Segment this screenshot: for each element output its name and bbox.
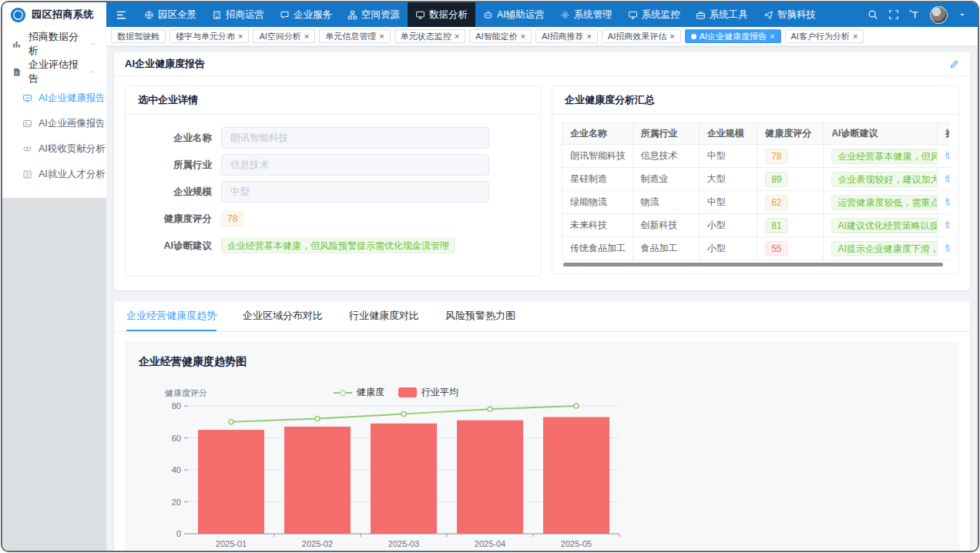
close-icon[interactable]: × [521,32,525,41]
score-badge: 55 [765,241,787,256]
close-icon[interactable]: × [379,32,384,41]
cell-scale: 小型 [699,237,757,260]
nav-item-label: 系统工具 [710,8,748,22]
close-icon[interactable]: × [586,32,591,41]
sidebar-group-2[interactable]: 企业评估报告 [2,58,106,85]
tag-1[interactable]: 数据驾驶舱 [111,29,166,43]
search-icon [868,9,878,20]
nav-item-1[interactable]: 园区全景 [136,2,204,27]
bar-2025-05 [543,417,609,534]
analysis-tab-1[interactable]: 企业经营健康度趋势 [126,301,216,331]
edit-link[interactable]: 编辑 [945,150,949,161]
page-title: AI企业健康度报告 [125,57,205,71]
legend-item-line[interactable]: 健康度 [334,386,384,399]
nav-item-label: 企业服务 [294,8,332,22]
edit-link[interactable]: 编辑 [945,196,949,207]
nav-item-7[interactable]: 系统管理 [552,2,620,27]
selected-company-title: 选中企业详情 [126,86,540,115]
edit-link[interactable]: 编辑 [945,220,949,230]
cell-advice: AI提示企业健康度下滑，建议加强财务管理 [824,237,938,260]
nav-item-label: 系统监控 [642,8,680,22]
analysis-tab-4[interactable]: 风险预警热力图 [445,301,515,331]
tag-label: AI智能定价 [475,31,517,42]
form-row-1: 企业名称 [141,127,525,149]
line-legend-symbol [334,390,352,396]
advice-badge: AI建议优化经营策略以提升健康度 [831,218,937,233]
building-icon [212,10,222,20]
close-icon[interactable]: × [770,32,774,41]
col-header-2: 所属行业 [633,123,699,145]
tag-7[interactable]: AI招商推荐× [535,29,598,43]
tag-label: AI客户行为分析 [791,31,850,42]
nav-item-label: AI辅助运营 [497,8,545,22]
health-summary-card: 企业健康度分析汇总 企业名称所属行业企业规模健康度评分AI诊断建议操作 朗讯智能… [552,85,959,274]
nav-items: 园区全景招商运营企业服务空间资源数据分析AI辅助运营系统管理系统监控系统工具智脑… [136,2,824,27]
nav-item-6[interactable]: AI辅助运营 [475,2,552,27]
menu-fold-icon[interactable] [106,2,136,27]
close-icon[interactable]: × [304,32,309,41]
chart-canvas: 0204060802025-012025-022025-032025-04202… [157,400,635,552]
nav-item-10[interactable]: 智脑科技 [756,2,824,27]
nav-item-2[interactable]: 招商运营 [204,2,272,27]
tag-10[interactable]: AI客户行为分析× [785,29,864,43]
nav-item-3[interactable]: 企业服务 [272,2,340,27]
nav-item-9[interactable]: 系统工具 [688,2,756,27]
cell-action: 编辑 [937,214,949,237]
sidebar-group-label: 企业评估报告 [29,58,82,85]
tag-6[interactable]: AI智能定价× [469,29,532,43]
tag-label: AI招商效果评估 [608,31,666,42]
bar-2025-03 [371,424,437,534]
field-input-2[interactable] [221,154,489,176]
fullscreen-button[interactable] [888,9,899,20]
edit-link[interactable]: 编辑 [945,243,949,253]
legend-label: 健康度 [357,386,384,399]
legend-label: 行业平均 [421,386,458,399]
legend-item-bar[interactable]: 行业平均 [398,386,458,399]
field-input-3[interactable] [221,181,489,203]
nav-item-5[interactable]: 数据分析 [408,2,475,27]
tag-3[interactable]: AI空间分析× [253,29,315,43]
tag-label: 楼宇与单元分布 [176,31,235,42]
line-point-2025-05 [574,404,579,408]
top-nav: 园区全景招商运营企业服务空间资源数据分析AI辅助运营系统管理系统监控系统工具智脑… [106,2,978,27]
sidebar-item-2-4[interactable]: AI就业人才分析 [2,162,106,187]
field-input-1[interactable] [221,127,489,149]
line-point-2025-01 [229,420,233,424]
edit-link[interactable]: 编辑 [945,173,949,184]
font-size-button[interactable] [909,9,920,20]
analysis-card: 企业经营健康度趋势企业区域分布对比行业健康度对比风险预警热力图 企业经营健康度趋… [114,301,970,552]
sitemap-icon [347,10,357,20]
close-icon[interactable]: × [238,32,243,41]
score-badge: 62 [765,195,787,210]
sidebar-item-2-3[interactable]: AI税收贡献分析 [2,136,106,162]
close-icon[interactable]: × [670,32,674,41]
sidebar-menu: 招商数据分析企业评估报告AI企业健康报告AI企业画像报告AI税收贡献分析AI就业… [2,27,106,198]
tag-2[interactable]: 楼宇与单元分布× [169,29,249,43]
analysis-tab-2[interactable]: 企业区域分布对比 [243,301,323,331]
edit-icon[interactable] [949,59,959,69]
tag-label: 单元状态监控 [401,31,451,42]
tag-4[interactable]: 单元信息管理× [319,29,390,43]
sidebar-group-1[interactable]: 招商数据分析 [2,30,106,58]
horizontal-scrollbar[interactable] [563,263,943,266]
tag-label: 数据驾驶舱 [117,31,159,42]
tag-9[interactable]: AI企业健康度报告× [685,29,781,43]
sidebar-item-label: AI税收贡献分析 [39,142,106,156]
tag-8[interactable]: AI招商效果评估× [602,29,681,43]
user-avatar[interactable] [930,6,948,24]
summary-table: 企业名称所属行业企业规模健康度评分AI诊断建议操作 朗讯智能科技信息技术中型78… [562,122,949,260]
sidebar-item-2-2[interactable]: AI企业画像报告 [2,111,106,136]
search-button[interactable] [868,9,878,20]
close-icon[interactable]: × [455,32,459,41]
close-icon[interactable]: × [853,32,858,41]
chevron-up-icon [89,68,97,76]
send-icon [764,10,774,20]
analysis-tab-3[interactable]: 行业健康度对比 [349,301,419,331]
tag-5[interactable]: 单元状态监控× [394,29,465,43]
app-window: 园区招商系统 园区全景招商运营企业服务空间资源数据分析AI辅助运营系统管理系统监… [1,1,979,552]
caret-down-icon[interactable] [958,10,967,19]
nav-right-icons [868,9,920,20]
sidebar-item-2-1[interactable]: AI企业健康报告 [2,85,106,111]
nav-item-8[interactable]: 系统监控 [620,2,688,27]
nav-item-4[interactable]: 空间资源 [340,2,408,27]
